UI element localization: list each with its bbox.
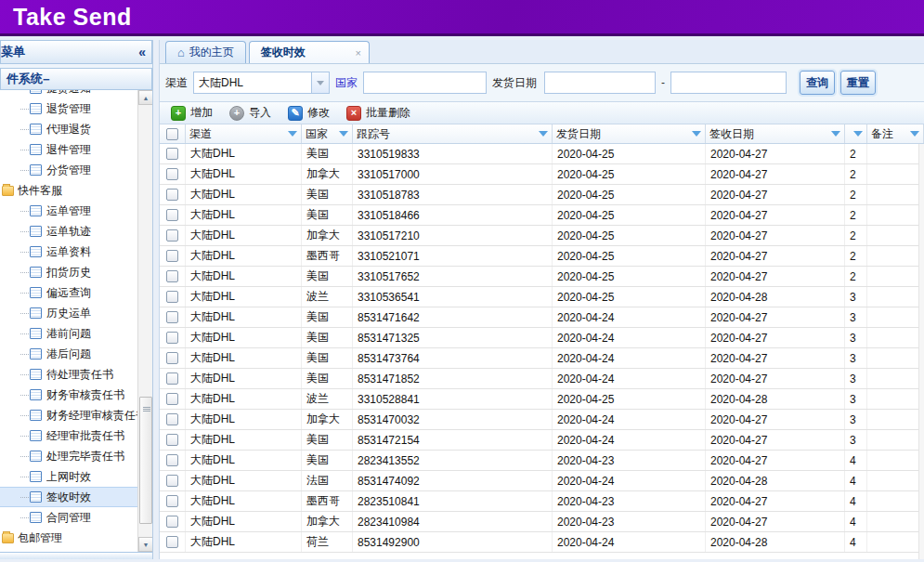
scroll-up-icon[interactable]: ▲ bbox=[138, 90, 152, 105]
filter-arrow-icon[interactable] bbox=[910, 131, 919, 137]
column-header-发货日期[interactable]: 发货日期 bbox=[553, 124, 706, 143]
reset-button[interactable]: 重置 bbox=[840, 71, 876, 95]
sidebar-item-运单资料[interactable]: 运单资料 bbox=[0, 242, 152, 262]
scrollbar-thumb[interactable] bbox=[139, 397, 152, 524]
sidebar-item-港后问题[interactable]: 港后问题 bbox=[0, 344, 152, 364]
row-checkbox[interactable] bbox=[166, 434, 178, 446]
channel-select[interactable]: 大陆DHL bbox=[193, 72, 330, 94]
sidebar-item-提货通知[interactable]: 提货通知 bbox=[0, 90, 152, 98]
sidebar-item-快件客服[interactable]: 快件客服 bbox=[0, 180, 152, 201]
date-to-input[interactable] bbox=[670, 72, 787, 94]
table-row[interactable]: 大陆DHL美国85314721542020-04-242020-04-273 bbox=[160, 430, 924, 451]
close-icon[interactable]: × bbox=[338, 47, 360, 59]
row-checkbox[interactable] bbox=[166, 332, 178, 344]
table-row[interactable]: 大陆DHL美国33105198332020-04-252020-04-272 bbox=[160, 144, 924, 164]
import-button[interactable]: + 导入 bbox=[223, 102, 278, 124]
table-row[interactable]: 大陆DHL加拿大33105172102020-04-252020-04-272 bbox=[160, 226, 924, 246]
table-row[interactable]: 大陆DHL荷兰85314929002020-04-242020-04-284 bbox=[160, 532, 924, 553]
table-row[interactable]: 大陆DHL美国33105187832020-04-252020-04-272 bbox=[160, 185, 924, 205]
table-row[interactable]: 大陆DHL墨西哥33105210712020-04-252020-04-272 bbox=[160, 246, 924, 267]
sidebar-item-分货管理[interactable]: 分货管理 bbox=[0, 160, 152, 180]
table-row[interactable]: 大陆DHL加拿大33105170002020-04-252020-04-272 bbox=[160, 164, 924, 185]
collapse-sidebar-icon[interactable]: « bbox=[138, 45, 146, 59]
row-checkbox[interactable] bbox=[166, 270, 178, 282]
scroll-down-icon[interactable]: ▼ bbox=[138, 537, 152, 552]
edit-button[interactable]: ✎ 修改 bbox=[281, 102, 336, 124]
sidebar-item-历史运单[interactable]: 历史运单 bbox=[0, 303, 152, 323]
row-checkbox[interactable] bbox=[166, 168, 178, 180]
table-row[interactable]: 大陆DHL美国85314737642020-04-242020-04-273 bbox=[160, 348, 924, 369]
column-header-跟踪号[interactable]: 跟踪号 bbox=[353, 124, 553, 143]
row-checkbox[interactable] bbox=[166, 250, 178, 262]
minimize-section-icon[interactable]: − bbox=[43, 72, 50, 86]
column-header-days[interactable] bbox=[845, 124, 867, 143]
sidebar-item-财务审核责任书[interactable]: 财务审核责任书 bbox=[0, 385, 152, 405]
sidebar-section-header[interactable]: 件系统 − bbox=[0, 68, 152, 90]
row-checkbox[interactable] bbox=[166, 536, 178, 548]
filter-arrow-icon[interactable] bbox=[853, 131, 863, 137]
sidebar-item-待处理责任书[interactable]: 待处理责任书 bbox=[0, 364, 152, 385]
row-checkbox[interactable] bbox=[166, 516, 178, 528]
tab-home[interactable]: ⌂ 我的主页 bbox=[165, 41, 246, 63]
table-row[interactable]: 大陆DHL墨西哥28235108412020-04-232020-04-274 bbox=[160, 491, 924, 512]
row-checkbox[interactable] bbox=[166, 209, 178, 221]
select-all-checkbox[interactable] bbox=[166, 128, 178, 140]
row-checkbox[interactable] bbox=[166, 454, 178, 466]
grid-scrollbar-track[interactable] bbox=[918, 144, 924, 559]
row-checkbox[interactable] bbox=[166, 495, 178, 507]
filter-arrow-icon[interactable] bbox=[539, 131, 548, 137]
table-row[interactable]: 大陆DHL美国28234135522020-04-232020-04-274 bbox=[160, 451, 924, 471]
row-checkbox[interactable] bbox=[166, 352, 178, 364]
table-row[interactable]: 大陆DHL美国33105184662020-04-252020-04-272 bbox=[160, 205, 924, 226]
filter-arrow-icon[interactable] bbox=[831, 131, 840, 137]
filter-arrow-icon[interactable] bbox=[339, 131, 348, 137]
search-button[interactable]: 查询 bbox=[800, 71, 835, 95]
table-row[interactable]: 大陆DHL波兰33105288412020-04-252020-04-283 bbox=[160, 389, 924, 410]
sidebar-item-代理退货[interactable]: 代理退货 bbox=[0, 119, 152, 139]
sidebar-bottom-panel[interactable] bbox=[0, 552, 152, 559]
row-checkbox[interactable] bbox=[166, 393, 178, 405]
sidebar-item-处理完毕责任书[interactable]: 处理完毕责任书 bbox=[0, 446, 152, 466]
sidebar-item-运单管理[interactable]: 运单管理 bbox=[0, 201, 152, 221]
column-header-渠道[interactable]: 渠道 bbox=[186, 124, 302, 143]
chevron-down-icon[interactable] bbox=[311, 72, 329, 93]
tab-sign-time[interactable]: 签收时效 × bbox=[249, 41, 370, 63]
row-checkbox[interactable] bbox=[166, 372, 178, 385]
table-row[interactable]: 大陆DHL美国85314716422020-04-242020-04-273 bbox=[160, 307, 924, 328]
column-header-签收日期[interactable]: 签收日期 bbox=[706, 124, 845, 143]
row-checkbox[interactable] bbox=[166, 413, 178, 425]
table-row[interactable]: 大陆DHL加拿大28234109842020-04-232020-04-274 bbox=[160, 512, 924, 532]
column-header-备注[interactable]: 备注 bbox=[867, 124, 924, 143]
sidebar-item-签收时效[interactable]: 签收时效 bbox=[0, 487, 152, 507]
row-checkbox[interactable] bbox=[166, 189, 178, 201]
sidebar-item-退件管理[interactable]: 退件管理 bbox=[0, 139, 152, 160]
country-input[interactable] bbox=[363, 72, 487, 94]
sidebar-scrollbar[interactable]: ▲ ▼ bbox=[137, 90, 152, 552]
table-row[interactable]: 大陆DHL加拿大85314700322020-04-242020-04-273 bbox=[160, 410, 924, 430]
row-checkbox[interactable] bbox=[166, 311, 178, 323]
filter-arrow-icon[interactable] bbox=[288, 131, 297, 137]
table-row[interactable]: 大陆DHL美国85314713252020-04-242020-04-273 bbox=[160, 328, 924, 348]
table-row[interactable]: 大陆DHL美国85314718522020-04-242020-04-273 bbox=[160, 369, 924, 389]
add-button[interactable]: + 增加 bbox=[164, 102, 219, 124]
table-row[interactable]: 大陆DHL法国85314740922020-04-242020-04-284 bbox=[160, 471, 924, 491]
filter-arrow-icon[interactable] bbox=[692, 131, 701, 137]
table-row[interactable]: 大陆DHL美国33105176522020-04-252020-04-272 bbox=[160, 267, 924, 287]
row-checkbox[interactable] bbox=[166, 475, 178, 487]
sidebar-item-运单轨迹[interactable]: 运单轨迹 bbox=[0, 221, 152, 242]
sidebar-item-包邮管理[interactable]: 包邮管理 bbox=[0, 528, 152, 548]
table-row[interactable]: 大陆DHL波兰33105365412020-04-252020-04-283 bbox=[160, 287, 924, 307]
batch-delete-button[interactable]: × 批量删除 bbox=[340, 102, 417, 124]
sidebar-item-财务经理审核责任书[interactable]: 财务经理审核责任书 bbox=[0, 405, 152, 425]
row-checkbox[interactable] bbox=[166, 229, 178, 242]
sidebar-item-合同管理[interactable]: 合同管理 bbox=[0, 507, 152, 528]
sidebar-item-港前问题[interactable]: 港前问题 bbox=[0, 323, 152, 344]
sidebar-item-经理审批责任书[interactable]: 经理审批责任书 bbox=[0, 425, 152, 446]
sidebar-item-扣货历史[interactable]: 扣货历史 bbox=[0, 262, 152, 282]
sidebar-item-退货管理[interactable]: 退货管理 bbox=[0, 98, 152, 119]
sidebar-item-偏远查询[interactable]: 偏远查询 bbox=[0, 282, 152, 303]
row-checkbox[interactable] bbox=[166, 148, 178, 160]
column-header-国家[interactable]: 国家 bbox=[302, 124, 353, 143]
sidebar-item-上网时效[interactable]: 上网时效 bbox=[0, 466, 152, 487]
row-checkbox[interactable] bbox=[166, 291, 178, 303]
